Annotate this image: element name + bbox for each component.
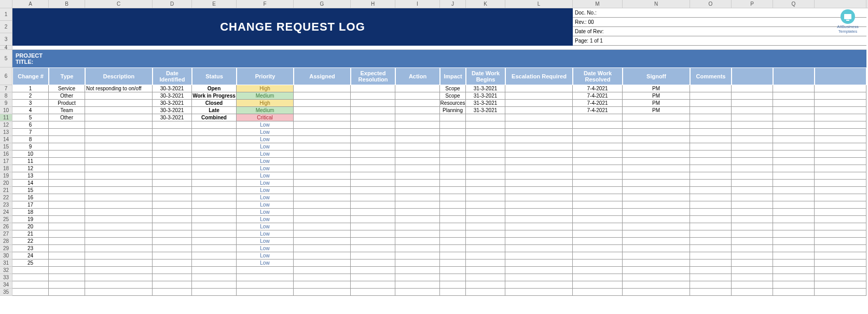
cell-date_id[interactable]	[153, 187, 192, 194]
cell-type[interactable]: Other	[49, 114, 85, 121]
cell-begins[interactable]	[466, 260, 505, 267]
cell-impact[interactable]	[440, 114, 466, 121]
cell-empty[interactable]	[732, 143, 773, 151]
cell-date_id[interactable]	[153, 245, 192, 252]
cell-empty[interactable]	[351, 267, 395, 274]
cell-escalation[interactable]	[505, 194, 573, 201]
cell-empty[interactable]	[505, 289, 573, 296]
cell-impact[interactable]	[440, 143, 466, 151]
cell-resolved[interactable]	[573, 201, 623, 209]
cell-date_id[interactable]	[153, 129, 192, 136]
cell-empty[interactable]	[49, 281, 85, 289]
cell-signoff[interactable]: PM	[623, 92, 690, 100]
cell-empty[interactable]	[505, 267, 573, 274]
cell-desc[interactable]	[85, 223, 153, 230]
cell-desc[interactable]	[85, 121, 153, 129]
cell-empty[interactable]	[815, 114, 866, 121]
cell-empty[interactable]	[351, 289, 395, 296]
cell-empty[interactable]	[815, 129, 866, 136]
cell-expected[interactable]	[351, 136, 395, 143]
cell-empty[interactable]	[294, 274, 351, 281]
cell-escalation[interactable]	[505, 100, 573, 107]
project-title-bar[interactable]: PROJECT TITLE:	[12, 50, 866, 67]
cell-empty[interactable]	[153, 274, 192, 281]
cell-status[interactable]	[192, 158, 237, 165]
cell-begins[interactable]	[466, 158, 505, 165]
cell-desc[interactable]	[85, 172, 153, 180]
cell-empty[interactable]	[773, 238, 815, 245]
cell-empty[interactable]	[815, 180, 866, 187]
cell-resolved[interactable]	[573, 230, 623, 238]
cell-expected[interactable]	[351, 107, 395, 114]
cell-comments[interactable]	[690, 216, 732, 223]
cell-empty[interactable]	[466, 267, 505, 274]
cell-empty[interactable]	[732, 267, 773, 274]
cell-priority[interactable]: Low	[237, 129, 294, 136]
cell-empty[interactable]	[294, 267, 351, 274]
cell-impact[interactable]	[440, 238, 466, 245]
cell-comments[interactable]	[690, 223, 732, 230]
cell-begins[interactable]	[466, 238, 505, 245]
row-header-17[interactable]: 17	[0, 158, 12, 165]
cell-assigned[interactable]	[294, 85, 351, 92]
cell-assigned[interactable]	[294, 92, 351, 100]
cell-impact[interactable]	[440, 223, 466, 230]
cell-date_id[interactable]	[153, 201, 192, 209]
cell-type[interactable]: Product	[49, 100, 85, 107]
cell-empty[interactable]	[294, 281, 351, 289]
cell-resolved[interactable]	[573, 129, 623, 136]
cell-num[interactable]: 6	[12, 121, 49, 129]
row-header-29[interactable]: 29	[0, 245, 12, 252]
cell-num[interactable]: 21	[12, 230, 49, 238]
cell-empty[interactable]	[815, 187, 866, 194]
cell-escalation[interactable]	[505, 209, 573, 216]
cell-impact[interactable]	[440, 151, 466, 158]
cell-expected[interactable]	[351, 187, 395, 194]
cell-empty[interactable]	[440, 274, 466, 281]
cell-expected[interactable]	[351, 180, 395, 187]
cell-empty[interactable]	[505, 274, 573, 281]
cell-priority[interactable]: Medium	[237, 107, 294, 114]
cell-empty[interactable]	[440, 267, 466, 274]
cell-date_id[interactable]	[153, 158, 192, 165]
row-header-26[interactable]: 26	[0, 223, 12, 230]
cell-empty[interactable]	[773, 136, 815, 143]
cell-assigned[interactable]	[294, 238, 351, 245]
cell-action[interactable]	[395, 172, 440, 180]
cell-begins[interactable]	[466, 172, 505, 180]
cell-empty[interactable]	[351, 274, 395, 281]
cell-impact[interactable]	[440, 216, 466, 223]
cell-empty[interactable]	[732, 260, 773, 267]
cell-empty[interactable]	[192, 289, 237, 296]
cell-expected[interactable]	[351, 121, 395, 129]
cell-signoff[interactable]	[623, 209, 690, 216]
cell-num[interactable]: 13	[12, 172, 49, 180]
row-header-7[interactable]: 7	[0, 85, 12, 92]
cell-action[interactable]	[395, 151, 440, 158]
row-header-16[interactable]: 16	[0, 151, 12, 158]
cell-empty[interactable]	[49, 267, 85, 274]
cell-comments[interactable]	[690, 260, 732, 267]
cell-resolved[interactable]	[573, 143, 623, 151]
cell-empty[interactable]	[815, 260, 866, 267]
cell-begins[interactable]	[466, 245, 505, 252]
row-header-15[interactable]: 15	[0, 143, 12, 151]
th-6[interactable]: Assigned	[294, 67, 351, 85]
cell-priority[interactable]: Low	[237, 165, 294, 172]
cell-escalation[interactable]	[505, 216, 573, 223]
cell-resolved[interactable]	[573, 172, 623, 180]
cell-escalation[interactable]	[505, 143, 573, 151]
cell-empty[interactable]	[815, 151, 866, 158]
cell-empty[interactable]	[732, 289, 773, 296]
cell-assigned[interactable]	[294, 100, 351, 107]
cell-desc[interactable]	[85, 100, 153, 107]
cell-empty[interactable]	[732, 194, 773, 201]
cell-begins[interactable]	[466, 143, 505, 151]
cell-desc[interactable]	[85, 129, 153, 136]
row-header-30[interactable]: 30	[0, 252, 12, 260]
cell-num[interactable]: 20	[12, 223, 49, 230]
cell-assigned[interactable]	[294, 230, 351, 238]
cell-status[interactable]: Combined	[192, 114, 237, 121]
cell-assigned[interactable]	[294, 252, 351, 260]
cell-date_id[interactable]	[153, 230, 192, 238]
